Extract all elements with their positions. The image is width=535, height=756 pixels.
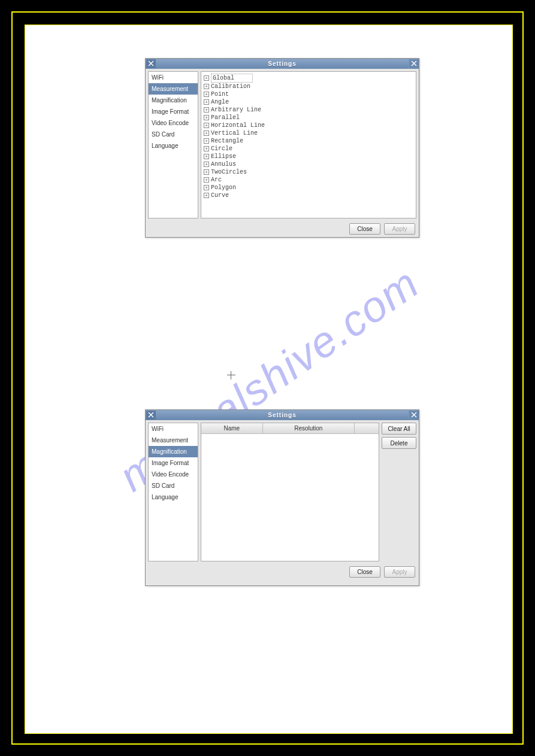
tree-item-label: Horizontal Line xyxy=(211,122,265,129)
dialog-body: WiFiMeasurementMagnificationImage Format… xyxy=(146,69,419,221)
tree-item-label: Ellipse xyxy=(211,153,236,160)
sidebar-item-video-encode[interactable]: Video Encode xyxy=(149,469,198,480)
table-header-row: Name Resolution xyxy=(201,423,379,434)
tree-item-global[interactable]: +Global xyxy=(204,74,413,83)
system-menu-icon[interactable] xyxy=(146,411,156,420)
tree-item-label: Calibration xyxy=(211,83,250,90)
sidebar-item-video-encode[interactable]: Video Encode xyxy=(149,117,198,129)
document-outer-frame: manualshive.com Settings WiFiMeasurement… xyxy=(11,11,524,745)
column-header-resolution[interactable]: Resolution xyxy=(263,423,355,433)
sidebar-item-language[interactable]: Language xyxy=(149,491,198,503)
expand-icon[interactable]: + xyxy=(204,92,209,97)
sidebar-item-wifi[interactable]: WiFi xyxy=(149,72,198,83)
expand-icon[interactable]: + xyxy=(204,177,209,183)
sidebar-item-language[interactable]: Language xyxy=(149,140,198,151)
expand-icon[interactable]: + xyxy=(204,185,209,190)
tree-item-curve[interactable]: +Curve xyxy=(204,192,413,199)
settings-category-list: WiFiMeasurementMagnificationImage Format… xyxy=(148,423,198,561)
expand-icon[interactable]: + xyxy=(204,75,209,81)
close-button[interactable]: Close xyxy=(349,223,380,235)
tree-item-label: Global xyxy=(211,74,253,83)
dialog-title: Settings xyxy=(156,60,409,67)
expand-icon[interactable]: + xyxy=(204,162,209,167)
system-menu-icon[interactable] xyxy=(146,59,156,68)
sidebar-item-wifi[interactable]: WiFi xyxy=(149,423,198,435)
tree-item-annulus[interactable]: +Annulus xyxy=(204,160,413,168)
expand-icon[interactable]: + xyxy=(204,138,209,144)
document-page: manualshive.com Settings WiFiMeasurement… xyxy=(25,25,513,734)
expand-icon[interactable]: + xyxy=(204,123,209,128)
tree-item-circle[interactable]: +Circle xyxy=(204,145,413,153)
sidebar-item-image-format[interactable]: Image Format xyxy=(149,457,198,469)
tree-item-label: Rectangle xyxy=(211,137,243,145)
close-icon[interactable] xyxy=(409,59,419,68)
expand-icon[interactable]: + xyxy=(204,193,209,198)
sidebar-item-measurement[interactable]: Measurement xyxy=(149,435,198,446)
tree-item-twocircles[interactable]: +TwoCircles xyxy=(204,168,413,176)
tree-item-arbitrary-line[interactable]: +Arbitrary Line xyxy=(204,106,413,114)
table-action-buttons: Clear All Delete xyxy=(382,423,416,561)
tree-item-calibration[interactable]: +Calibration xyxy=(204,83,413,90)
tree-item-horizontal-line[interactable]: +Horizontal Line xyxy=(204,122,413,129)
expand-icon[interactable]: + xyxy=(204,154,209,159)
expand-icon[interactable]: + xyxy=(204,99,209,105)
sidebar-item-sd-card[interactable]: SD Card xyxy=(149,480,198,491)
tree-item-arc[interactable]: +Arc xyxy=(204,176,413,184)
tree-item-vertical-line[interactable]: +Vertical Line xyxy=(204,129,413,137)
tree-item-label: Arc xyxy=(211,176,222,184)
expand-icon[interactable]: + xyxy=(204,115,209,120)
expand-icon[interactable]: + xyxy=(204,169,209,175)
tree-item-label: Parallel xyxy=(211,114,240,122)
tree-item-point[interactable]: +Point xyxy=(204,90,413,98)
expand-icon[interactable]: + xyxy=(204,84,209,89)
tree-item-label: Annulus xyxy=(211,160,236,168)
sidebar-item-sd-card[interactable]: SD Card xyxy=(149,129,198,140)
dialog-footer: Close Apply xyxy=(146,564,419,581)
tree-item-label: Curve xyxy=(211,192,229,199)
settings-category-list: WiFiMeasurementMagnificationImage Format… xyxy=(148,71,198,218)
titlebar: Settings xyxy=(146,410,419,420)
sidebar-item-magnification[interactable]: Magnification xyxy=(149,95,198,106)
column-header-blank xyxy=(355,423,379,433)
tree-item-label: Polygon xyxy=(211,184,236,192)
magnification-table: Name Resolution xyxy=(201,423,379,561)
titlebar: Settings xyxy=(146,59,419,69)
settings-dialog-magnification: Settings WiFiMeasurementMagnificationIma… xyxy=(145,409,419,586)
delete-button[interactable]: Delete xyxy=(382,437,416,449)
crosshair-icon xyxy=(227,371,235,379)
tree-item-label: Angle xyxy=(211,98,229,106)
close-button[interactable]: Close xyxy=(349,566,380,578)
tree-item-parallel[interactable]: +Parallel xyxy=(204,114,413,122)
dialog-body: WiFiMeasurementMagnificationImage Format… xyxy=(146,420,419,564)
tree-item-ellipse[interactable]: +Ellipse xyxy=(204,153,413,160)
clear-all-button[interactable]: Clear All xyxy=(382,423,416,435)
apply-button[interactable]: Apply xyxy=(384,223,415,235)
magnification-panel: Name Resolution Clear All Delete xyxy=(201,423,416,561)
measurement-tree: +Global+Calibration+Point+Angle+Arbitrar… xyxy=(201,71,416,218)
tree-item-label: Circle xyxy=(211,145,232,153)
close-icon[interactable] xyxy=(409,411,419,420)
tree-item-label: Vertical Line xyxy=(211,129,258,137)
settings-dialog-measurement: Settings WiFiMeasurementMagnificationIma… xyxy=(145,58,419,238)
sidebar-item-image-format[interactable]: Image Format xyxy=(149,106,198,117)
expand-icon[interactable]: + xyxy=(204,107,209,113)
tree-item-label: TwoCircles xyxy=(211,168,247,176)
expand-icon[interactable]: + xyxy=(204,130,209,136)
apply-button[interactable]: Apply xyxy=(384,566,415,578)
dialog-title: Settings xyxy=(156,412,409,418)
tree-item-polygon[interactable]: +Polygon xyxy=(204,184,413,192)
expand-icon[interactable]: + xyxy=(204,146,209,151)
dialog-footer: Close Apply xyxy=(146,221,419,238)
sidebar-item-magnification[interactable]: Magnification xyxy=(149,446,198,457)
sidebar-item-measurement[interactable]: Measurement xyxy=(149,83,198,95)
tree-item-angle[interactable]: +Angle xyxy=(204,98,413,106)
tree-item-label: Arbitrary Line xyxy=(211,106,261,114)
column-header-name[interactable]: Name xyxy=(201,423,263,433)
tree-item-rectangle[interactable]: +Rectangle xyxy=(204,137,413,145)
tree-item-label: Point xyxy=(211,90,229,98)
